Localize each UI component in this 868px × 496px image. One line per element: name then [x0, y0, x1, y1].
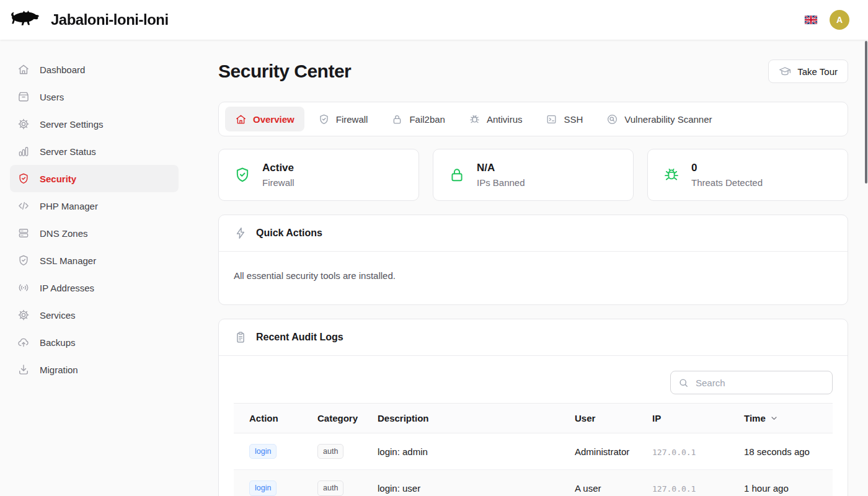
stat-label: Threats Detected — [691, 177, 763, 188]
sidebar-item-label: Services — [40, 310, 76, 321]
column-header-description[interactable]: Description — [362, 404, 559, 433]
log-ip: 127.0.0.1 — [652, 484, 696, 494]
tab-label: Overview — [253, 114, 294, 125]
tab-antivirus[interactable]: Antivirus — [459, 107, 533, 131]
user-avatar[interactable]: A — [830, 10, 849, 30]
server-stack-icon — [17, 227, 30, 239]
sidebar-item-label: SSL Manager — [40, 255, 96, 266]
sidebar-item-label: Backups — [40, 337, 76, 348]
sidebar-item-label: Dashboard — [40, 64, 85, 75]
vertical-scrollbar[interactable] — [865, 41, 867, 184]
cloud-upload-icon — [17, 336, 30, 348]
table-row: login auth login: admin Administrator 12… — [234, 433, 833, 470]
sidebar-item-php-manager[interactable]: PHP Manager — [10, 192, 179, 219]
column-header-category[interactable]: Category — [302, 404, 362, 433]
column-header-user[interactable]: User — [559, 404, 637, 433]
column-header-action[interactable]: Action — [234, 404, 302, 433]
sidebar-item-users[interactable]: Users — [10, 83, 179, 110]
tab-fail2ban[interactable]: Fail2ban — [381, 107, 455, 131]
page-title: Security Center — [218, 61, 351, 82]
shield-check-icon — [318, 113, 330, 125]
bolt-icon — [234, 226, 247, 240]
sidebar-item-backups[interactable]: Backups — [10, 329, 179, 356]
clipboard-icon — [234, 330, 247, 344]
table-row: login auth login: user A user 127.0.0.1 … — [234, 470, 833, 496]
log-description: login: user — [362, 470, 559, 496]
home-icon — [235, 113, 247, 125]
download-icon — [17, 363, 30, 376]
shield-check-icon — [17, 254, 30, 267]
sidebar-item-services[interactable]: Services — [10, 301, 179, 329]
bug-icon — [663, 166, 680, 184]
boar-logo-icon — [10, 9, 41, 31]
language-flag-uk-icon[interactable] — [805, 16, 817, 24]
take-tour-button[interactable]: Take Tour — [768, 60, 848, 83]
sidebar-item-label: Server Status — [40, 146, 96, 157]
sidebar-item-label: Server Settings — [40, 119, 104, 130]
tab-ssh[interactable]: SSH — [536, 107, 593, 131]
bug-icon — [469, 113, 480, 125]
sidebar-item-label: Security — [40, 174, 76, 184]
tab-label: Antivirus — [487, 114, 523, 125]
stat-card-ips-banned: N/A IPs Banned — [433, 149, 634, 201]
sidebar-item-label: Users — [40, 92, 64, 102]
lock-icon — [391, 113, 403, 125]
audit-logs-card: Recent Audit Logs Action — [218, 319, 848, 496]
quick-actions-card: Quick Actions All essential security too… — [218, 215, 848, 305]
shield-check-icon — [17, 172, 30, 185]
log-time: 1 hour ago — [728, 470, 833, 496]
brand-title: Jabaloni-loni-loni — [51, 11, 169, 29]
stat-label: IPs Banned — [477, 177, 525, 188]
sidebar: Dashboard Users Server Settings Server S… — [0, 40, 188, 496]
section-title: Recent Audit Logs — [256, 332, 343, 343]
stat-label: Firewall — [262, 177, 294, 188]
tab-label: Vulnerability Scanner — [624, 114, 712, 125]
code-icon — [17, 200, 30, 212]
category-badge: auth — [317, 444, 343, 459]
gear-icon — [17, 309, 30, 321]
sidebar-item-server-settings[interactable]: Server Settings — [10, 110, 179, 138]
sidebar-item-ip-addresses[interactable]: IP Addresses — [10, 274, 179, 301]
tab-vulnerability-scanner[interactable]: Vulnerability Scanner — [596, 107, 722, 131]
stat-value: 0 — [691, 162, 763, 174]
action-badge: login — [249, 480, 277, 495]
sidebar-item-security[interactable]: Security — [10, 165, 179, 192]
sidebar-item-label: PHP Manager — [40, 201, 98, 211]
log-user: A user — [559, 470, 637, 496]
graduation-cap-icon — [779, 65, 791, 78]
log-time: 18 seconds ago — [728, 433, 833, 470]
stat-value: N/A — [477, 162, 525, 174]
log-user: Administrator — [559, 433, 637, 470]
audit-search — [670, 371, 833, 394]
brand[interactable]: Jabaloni-loni-loni — [10, 9, 169, 31]
sidebar-item-migration[interactable]: Migration — [10, 356, 179, 383]
stat-value: Active — [262, 162, 294, 174]
bar-chart-icon — [17, 145, 30, 157]
sidebar-item-label: DNS Zones — [40, 228, 88, 239]
home-icon — [17, 63, 30, 76]
stat-card-firewall: Active Firewall — [218, 149, 419, 201]
column-header-time[interactable]: Time — [728, 404, 833, 433]
security-tabs: Overview Firewall Fail2ban Antivirus SSH… — [218, 102, 848, 136]
gear-icon — [17, 118, 30, 130]
archive-box-icon — [17, 91, 30, 103]
sidebar-item-dashboard[interactable]: Dashboard — [10, 56, 179, 83]
search-icon — [678, 377, 689, 389]
section-title: Quick Actions — [256, 228, 322, 239]
tab-label: Fail2ban — [409, 114, 445, 125]
sidebar-item-label: IP Addresses — [40, 283, 94, 293]
log-ip: 127.0.0.1 — [652, 448, 696, 457]
sidebar-item-dns-zones[interactable]: DNS Zones — [10, 219, 179, 247]
tab-firewall[interactable]: Firewall — [308, 107, 378, 131]
tab-label: SSH — [564, 114, 583, 125]
sidebar-item-server-status[interactable]: Server Status — [10, 138, 179, 165]
take-tour-label: Take Tour — [797, 66, 838, 77]
shield-check-icon — [234, 166, 251, 184]
quick-actions-message: All essential security tools are install… — [219, 252, 848, 304]
table-header-row: Action Category Description User IP Time — [234, 404, 833, 433]
column-header-ip[interactable]: IP — [637, 404, 728, 433]
search-input[interactable] — [694, 377, 825, 389]
sidebar-item-ssl-manager[interactable]: SSL Manager — [10, 247, 179, 274]
tab-overview[interactable]: Overview — [225, 107, 304, 131]
broadcast-icon — [17, 281, 30, 294]
